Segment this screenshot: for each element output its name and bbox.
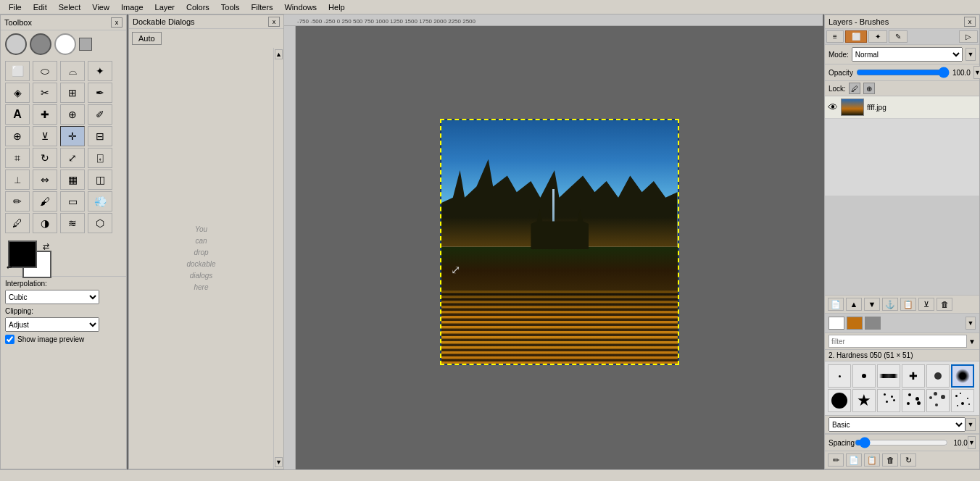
scale-tool[interactable]: ⤢ xyxy=(60,148,85,168)
lock-pixels-btn[interactable]: 🖊 xyxy=(849,83,860,94)
zoom-tool[interactable]: ⊕ xyxy=(5,126,30,146)
clipping-select[interactable]: Adjust Clip Wrap xyxy=(5,317,99,332)
auto-button[interactable]: Auto xyxy=(132,32,162,45)
paths-tool[interactable]: ✒ xyxy=(88,83,112,103)
foreground-select-tool[interactable]: ⊞ xyxy=(60,83,85,103)
convolve-tool[interactable]: ⬡ xyxy=(88,213,112,233)
brush-item-star[interactable]: ★ xyxy=(852,389,876,412)
menu-edit[interactable]: Edit xyxy=(28,1,53,13)
align-tool[interactable]: ⊟ xyxy=(88,126,112,146)
new-layer-btn[interactable]: 📄 xyxy=(828,298,844,311)
menu-tools[interactable]: Tools xyxy=(215,1,246,13)
delete-brush-action-btn[interactable]: 🗑 xyxy=(882,453,898,467)
new-brush-action-btn[interactable]: 📄 xyxy=(846,453,862,467)
raise-layer-btn[interactable]: ▲ xyxy=(846,298,862,311)
rect-select-tool[interactable]: ⬜ xyxy=(5,61,30,81)
brush-mode-select[interactable]: Basic Advanced xyxy=(829,417,966,432)
duplicate-layer-btn[interactable]: 📋 xyxy=(900,298,916,311)
layer-item-ffff[interactable]: 👁 ffff.jpg xyxy=(825,96,979,119)
layer-mode-select[interactable]: Normal Dissolve Multiply Screen Overlay xyxy=(852,47,963,62)
brush-item-scatter-xl[interactable] xyxy=(926,389,950,412)
rotate-tool[interactable]: ↻ xyxy=(33,148,57,168)
mode-expand-btn[interactable]: ▼ xyxy=(966,48,976,61)
menu-file[interactable]: File xyxy=(3,1,28,13)
eraser-tool[interactable]: ▭ xyxy=(60,191,85,212)
brush-item-circle-sm[interactable] xyxy=(926,364,950,388)
shear-tool[interactable]: ⌺ xyxy=(88,148,112,168)
menu-select[interactable]: Select xyxy=(53,1,87,13)
panel-expand-btn[interactable]: ▷ xyxy=(959,30,978,43)
brush-item-line[interactable] xyxy=(877,364,900,388)
brush-swatch-white[interactable] xyxy=(829,317,844,330)
dock-scroll-down[interactable]: ▼ xyxy=(275,457,283,467)
toolbox-close-btn[interactable]: x xyxy=(111,17,122,28)
spacing-expand[interactable]: ▼ xyxy=(968,436,976,449)
brush-item-dot-sm[interactable] xyxy=(852,364,876,388)
free-select-tool[interactable]: ⌓ xyxy=(60,61,85,81)
opacity-slider[interactable] xyxy=(856,68,950,77)
menu-filters[interactable]: Filters xyxy=(246,1,279,13)
brush-mode-expand[interactable]: ▼ xyxy=(966,418,976,431)
color-select-tool[interactable]: ◈ xyxy=(5,83,30,103)
brush-item-plus[interactable]: ✚ xyxy=(902,364,925,388)
refresh-brush-action-btn[interactable]: ↻ xyxy=(900,453,916,467)
scissors-select-tool[interactable]: ✂ xyxy=(33,83,57,103)
image-canvas[interactable] xyxy=(440,119,679,365)
menu-colors[interactable]: Colors xyxy=(180,1,215,13)
bucket-fill-tool[interactable]: ▦ xyxy=(60,170,85,190)
anchor-layer-btn[interactable]: ⚓ xyxy=(882,298,898,311)
brush-item-scatter-lg[interactable] xyxy=(902,389,925,412)
brush-swatch-gray[interactable] xyxy=(865,317,881,330)
spacing-slider[interactable] xyxy=(855,438,948,447)
menu-layer[interactable]: Layer xyxy=(149,1,181,13)
dock-scroll-up[interactable]: ▲ xyxy=(275,49,283,59)
brush-item-circle-lg[interactable] xyxy=(828,389,851,412)
brush-item-soft-md[interactable] xyxy=(951,364,974,388)
menu-view[interactable]: View xyxy=(86,1,115,13)
layer-visibility-icon[interactable]: 👁 xyxy=(828,101,838,113)
flip-tool[interactable]: ⇔ xyxy=(33,170,57,190)
duplicate-brush-action-btn[interactable]: 📋 xyxy=(864,453,880,467)
opacity-expand-btn[interactable]: ▼ xyxy=(973,66,980,79)
move-tool active[interactable]: ✛ xyxy=(60,126,85,146)
swap-colors-icon[interactable]: ⇄ xyxy=(43,242,49,251)
tool-small-swatch[interactable] xyxy=(79,38,92,51)
reset-colors-icon[interactable]: ↩ xyxy=(7,264,12,271)
color-picker-tool[interactable]: ✐ xyxy=(88,104,112,125)
brush-filter-arrow[interactable]: ▼ xyxy=(968,338,976,346)
ink-tool[interactable]: 🖊 xyxy=(5,213,30,233)
lock-position-btn[interactable]: ⊕ xyxy=(863,83,875,94)
show-preview-checkbox[interactable] xyxy=(5,335,14,344)
blend-tool[interactable]: ◫ xyxy=(88,170,112,190)
text-tool[interactable]: A xyxy=(5,104,30,125)
fuzzy-select-tool[interactable]: ✦ xyxy=(88,61,112,81)
merge-layer-btn[interactable]: ⊻ xyxy=(918,298,934,311)
lower-layer-btn[interactable]: ▼ xyxy=(864,298,880,311)
fg-color-swatch[interactable] xyxy=(8,240,37,268)
heal-tool[interactable]: ✚ xyxy=(33,104,57,125)
tab-brushes[interactable]: ✦ xyxy=(868,30,887,43)
crop-tool[interactable]: ⌗ xyxy=(5,148,30,168)
dodge-burn-tool[interactable]: ◑ xyxy=(33,213,57,233)
measure-tool[interactable]: ⊻ xyxy=(33,126,57,146)
brush-item-splatter[interactable] xyxy=(951,389,974,412)
brush-item-dot-xs[interactable] xyxy=(828,364,851,388)
clone-tool[interactable]: ⊕ xyxy=(60,104,85,125)
menu-windows[interactable]: Windows xyxy=(278,1,323,13)
menu-image[interactable]: Image xyxy=(115,1,149,13)
menu-help[interactable]: Help xyxy=(323,1,351,13)
delete-layer-btn[interactable]: 🗑 xyxy=(937,298,952,311)
edit-brush-action-btn[interactable]: ✏ xyxy=(828,453,844,467)
perspective-tool[interactable]: ⟂ xyxy=(5,170,30,190)
interpolation-select[interactable]: Cubic Linear None xyxy=(5,290,99,304)
airbrush-tool[interactable]: 💨 xyxy=(88,191,112,212)
dock-close-btn[interactable]: x xyxy=(268,17,280,27)
brush-swatch-amber[interactable] xyxy=(847,317,863,330)
smudge-tool[interactable]: ≋ xyxy=(60,213,85,233)
tab-channels[interactable]: ⬜ xyxy=(845,30,867,43)
pencil-tool[interactable]: ✏ xyxy=(5,191,30,212)
tab-layers[interactable]: ≡ xyxy=(826,30,844,43)
ellipse-select-tool[interactable]: ⬭ xyxy=(33,61,57,81)
tab-paint[interactable]: ✎ xyxy=(889,30,908,43)
brush-swatches-expand[interactable]: ▼ xyxy=(966,317,976,330)
